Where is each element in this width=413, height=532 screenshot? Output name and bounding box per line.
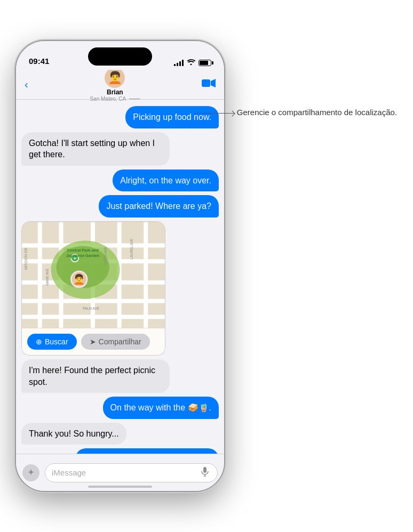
iphone-frame: 09:41 ‹ 🧑‍🦱 Brian xyxy=(16,41,224,491)
bubble-sent-4: Just parked! Where are ya? xyxy=(99,195,219,217)
map-svg: + Central Park and Japanese Garden MISSI… xyxy=(22,222,165,328)
home-indicator xyxy=(88,486,152,488)
message-row-6: I'm here! Found the perfect picnic spot. xyxy=(21,359,219,393)
map-share-label: Compartilhar xyxy=(99,337,141,346)
subtitle-line xyxy=(129,99,140,99)
svg-text:NAME AVE: NAME AVE xyxy=(45,268,49,286)
message-row-8: Thank you! So hungry... xyxy=(21,423,219,445)
back-button[interactable]: ‹ xyxy=(25,78,28,91)
map-share-icon: ➤ xyxy=(90,337,96,346)
message-row-3: Alright, on the way over. xyxy=(21,170,219,192)
map-buttons: ⊕ Buscar ➤ Compartilhar xyxy=(22,328,165,355)
annotation: Gerencie o compartilhamento de localizaç… xyxy=(237,107,397,118)
avatar: 🧑‍🦱 xyxy=(105,68,125,88)
map-search-button[interactable]: ⊕ Buscar xyxy=(27,334,77,350)
svg-text:LAUREL AVE: LAUREL AVE xyxy=(130,238,133,259)
svg-text:MISSION DR: MISSION DR xyxy=(24,248,28,270)
map-bubble[interactable]: + Central Park and Japanese Garden MISSI… xyxy=(21,221,165,356)
annotation-text: Gerencie o compartilhamento de localizaç… xyxy=(237,108,397,117)
battery-icon xyxy=(198,60,211,66)
nav-center[interactable]: 🧑‍🦱 Brian San Mateo, CA xyxy=(90,68,140,102)
svg-text:🧑‍🦱: 🧑‍🦱 xyxy=(73,273,85,285)
contact-subtitle: San Mateo, CA xyxy=(90,96,140,102)
map-area[interactable]: + Central Park and Japanese Garden MISSI… xyxy=(22,222,165,328)
bubble-received-8: Thank you! So hungry... xyxy=(21,423,126,445)
video-call-button[interactable] xyxy=(202,78,216,91)
map-search-label: Buscar xyxy=(45,337,68,346)
wifi-icon xyxy=(187,59,195,67)
map-search-icon: ⊕ xyxy=(36,337,42,346)
input-placeholder: iMessage xyxy=(52,468,86,477)
message-row-map: + Central Park and Japanese Garden MISSI… xyxy=(21,221,219,356)
message-row-1: Picking up food now. xyxy=(21,106,219,128)
message-row-7: On the way with the 🥪🧋. xyxy=(21,397,219,419)
svg-rect-0 xyxy=(202,79,210,87)
contact-name: Brian xyxy=(107,88,123,96)
bubble-received-2: Gotcha! I'll start setting up when I get… xyxy=(21,132,170,166)
status-icons xyxy=(174,59,211,67)
message-row-9: Me too, haha. See you shortly! 😎 xyxy=(21,448,219,454)
svg-text:PALM AVE: PALM AVE xyxy=(83,306,100,310)
svg-text:Central Park and: Central Park and xyxy=(67,248,99,253)
svg-rect-8 xyxy=(38,222,42,328)
bubble-received-6: I'm here! Found the perfect picnic spot. xyxy=(21,359,170,393)
svg-rect-27 xyxy=(203,467,206,473)
map-share-button[interactable]: ➤ Compartilhar xyxy=(81,334,150,350)
dynamic-island xyxy=(88,47,152,66)
bubble-sent-3: Alright, on the way over. xyxy=(113,170,219,192)
svg-text:NINTH AVE: NINTH AVE xyxy=(104,246,107,264)
mic-icon[interactable] xyxy=(201,467,211,479)
message-input-field[interactable]: iMessage xyxy=(45,463,218,482)
bubble-sent-7: On the way with the 🥪🧋. xyxy=(103,397,219,419)
status-time: 09:41 xyxy=(29,57,49,67)
bubble-sent-9: Me too, haha. See you shortly! 😎 xyxy=(75,448,219,454)
svg-rect-12 xyxy=(144,222,148,328)
add-attachment-button[interactable]: + xyxy=(22,464,39,481)
message-row-2: Gotcha! I'll start setting up when I get… xyxy=(21,132,219,166)
message-row-4: Just parked! Where are ya? xyxy=(21,195,219,217)
scene: 09:41 ‹ 🧑‍🦱 Brian xyxy=(0,0,413,532)
annotation-line xyxy=(194,113,234,114)
messages-area: Picking up food now. Gotcha! I'll start … xyxy=(16,100,224,454)
nav-bar: ‹ 🧑‍🦱 Brian San Mateo, CA xyxy=(16,70,224,100)
svg-text:Japanese Garden: Japanese Garden xyxy=(66,253,99,258)
bubble-sent-1: Picking up food now. xyxy=(125,106,219,128)
svg-marker-1 xyxy=(211,79,216,87)
signal-bars-icon xyxy=(174,60,184,66)
